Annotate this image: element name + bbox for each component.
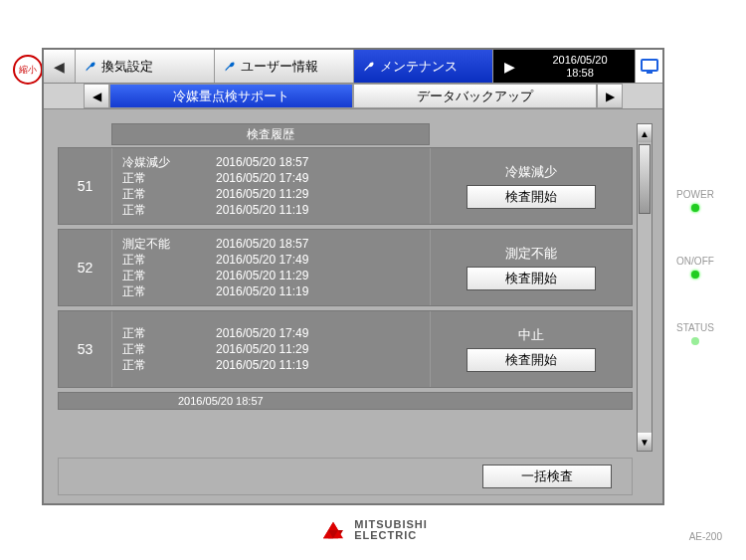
sub-prev-button[interactable]: ◀ [84, 84, 109, 108]
tab-label: メンテナンス [380, 58, 458, 76]
start-check-button[interactable]: 検査開始 [466, 185, 596, 209]
row-action: 冷媒減少検査開始 [431, 148, 632, 224]
history-status: 正常 [122, 202, 182, 218]
history-header-label: 検査履歴 [247, 126, 294, 143]
sub-tab-refrigerant-check[interactable]: 冷媒量点検サポート [109, 84, 353, 108]
tab-user-info[interactable]: ユーザー情報 [215, 50, 354, 83]
history-timestamp: 2016/05/20 18:57 [216, 236, 308, 252]
row-action: 測定不能検査開始 [431, 230, 632, 305]
action-status: 測定不能 [505, 245, 557, 263]
power-led: POWER [676, 189, 714, 212]
row-action: 中止検査開始 [431, 311, 632, 387]
content-area: 検査履歴 51冷媒減少2016/05/20 18:57正常2016/05/20 … [44, 109, 662, 505]
bulk-check-button[interactable]: 一括検査 [482, 465, 612, 488]
row-number: 51 [59, 148, 112, 224]
nav-prev-button[interactable]: ◀ [44, 50, 76, 83]
svg-rect-6 [642, 60, 657, 71]
start-check-button[interactable]: 検査開始 [466, 348, 596, 372]
action-status: 中止 [518, 326, 544, 344]
row-history: 冷媒減少2016/05/20 18:57正常2016/05/20 17:49正常… [112, 148, 431, 224]
scroll-thumb[interactable] [639, 144, 651, 214]
sub-tab-data-backup[interactable]: データバックアップ [353, 84, 597, 108]
history-timestamp: 2016/05/20 17:49 [216, 170, 308, 186]
start-check-label: 検査開始 [505, 351, 557, 369]
clock-date: 2016/05/20 [552, 54, 607, 66]
history-entry: 正常2016/05/20 17:49 [122, 170, 420, 186]
minimize-label: 縮小 [19, 64, 37, 77]
brand-line2: ELECTRIC [354, 530, 428, 541]
sub-next-button[interactable]: ▶ [597, 84, 623, 108]
history-status: 正常 [122, 357, 182, 373]
history-timestamp: 2016/05/20 17:49 [216, 252, 308, 268]
history-timestamp: 2016/05/20 11:29 [216, 186, 308, 202]
start-check-label: 検査開始 [505, 270, 557, 287]
power-label: POWER [676, 189, 714, 200]
start-check-button[interactable]: 検査開始 [466, 267, 596, 290]
history-status: 測定不能 [122, 236, 182, 252]
history-timestamp: 2016/05/20 11:29 [216, 268, 308, 283]
history-timestamp: 2016/05/20 11:19 [216, 357, 308, 373]
side-led-panel: POWER ON/OFF STATUS [676, 189, 714, 345]
next-row-peek: 2016/05/20 18:57 [58, 392, 633, 410]
mitsubishi-icon [318, 521, 348, 539]
peek-ts: 2016/05/20 18:57 [178, 395, 264, 407]
svg-rect-7 [647, 72, 653, 74]
history-status: 正常 [122, 283, 182, 299]
nav-next-button[interactable]: ▶ [493, 50, 525, 83]
row-number: 52 [59, 230, 112, 305]
history-status: 冷媒減少 [122, 154, 182, 170]
scroll-track[interactable] [638, 142, 652, 433]
sub-tab-bar: ◀ 冷媒量点検サポート データバックアップ ▶ [44, 84, 662, 109]
start-check-label: 検査開始 [505, 188, 557, 206]
history-entry: 正常2016/05/20 11:19 [122, 283, 420, 299]
action-status: 冷媒減少 [505, 163, 557, 181]
clock: 2016/05/20 18:58 [525, 50, 635, 83]
minimize-badge[interactable]: 縮小 [13, 55, 43, 85]
history-status: 正常 [122, 268, 182, 283]
history-entry: 正常2016/05/20 11:19 [122, 202, 420, 218]
tab-ventilation-settings[interactable]: 換気設定 [76, 50, 215, 83]
sub-tab-label: データバックアップ [417, 88, 533, 105]
history-entry: 正常2016/05/20 11:29 [122, 341, 420, 357]
scroll-down-button[interactable]: ▼ [638, 433, 652, 451]
tab-label: 換気設定 [101, 58, 153, 76]
history-entry: 正常2016/05/20 17:49 [122, 325, 420, 341]
onoff-dot [691, 271, 699, 279]
table-row: 52測定不能2016/05/20 18:57正常2016/05/20 17:49… [58, 229, 633, 306]
history-timestamp: 2016/05/20 11:29 [216, 341, 308, 357]
history-timestamp: 2016/05/20 11:19 [216, 283, 308, 299]
history-status: 正常 [122, 325, 182, 341]
history-entry: 正常2016/05/20 17:49 [122, 252, 420, 268]
scroll-up-button[interactable]: ▲ [638, 124, 652, 142]
status-dot [691, 337, 699, 345]
clock-time: 18:58 [566, 67, 594, 79]
row-history: 測定不能2016/05/20 18:57正常2016/05/20 17:49正常… [112, 230, 431, 305]
model-label: AE-200 [689, 531, 722, 542]
scrollbar[interactable]: ▲ ▼ [637, 123, 653, 452]
history-timestamp: 2016/05/20 17:49 [216, 325, 308, 341]
power-dot [691, 204, 699, 212]
sub-tab-label: 冷媒量点検サポート [173, 88, 289, 105]
history-entry: 測定不能2016/05/20 18:57 [122, 236, 420, 252]
tab-maintenance[interactable]: メンテナンス [354, 50, 493, 83]
history-timestamp: 2016/05/20 18:57 [216, 154, 308, 170]
history-status: 正常 [122, 186, 182, 202]
monitor-icon[interactable] [635, 50, 662, 83]
history-entry: 正常2016/05/20 11:19 [122, 357, 420, 373]
wrench-icon [362, 60, 376, 74]
history-status: 正常 [122, 170, 182, 186]
onoff-label: ON/OFF [676, 256, 714, 267]
brand-logo: MITSUBISHI ELECTRIC [0, 519, 746, 542]
onoff-led: ON/OFF [676, 256, 714, 279]
history-timestamp: 2016/05/20 11:19 [216, 202, 308, 218]
history-entry: 正常2016/05/20 11:29 [122, 268, 420, 283]
history-header: 検査履歴 [111, 123, 430, 145]
row-history: 正常2016/05/20 17:49正常2016/05/20 11:29正常20… [112, 311, 431, 387]
row-number: 53 [59, 311, 112, 387]
status-led: STATUS [676, 322, 714, 345]
history-entry: 正常2016/05/20 11:29 [122, 186, 420, 202]
rows-container: 51冷媒減少2016/05/20 18:57正常2016/05/20 17:49… [58, 147, 633, 388]
wrench-icon [223, 60, 237, 74]
top-tab-bar: ◀ 換気設定 ユーザー情報 メンテナンス ▶ 2016/05/20 18:58 [44, 50, 662, 84]
table-row: 51冷媒減少2016/05/20 18:57正常2016/05/20 17:49… [58, 147, 633, 225]
